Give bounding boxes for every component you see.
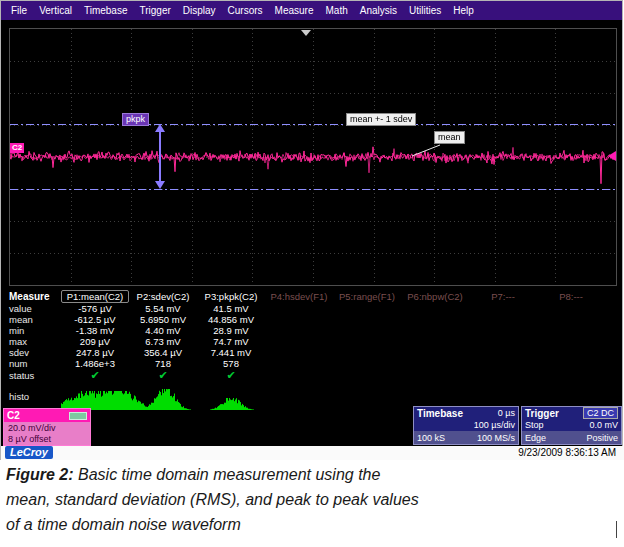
param-p1[interactable]: P1:mean(C2): [61, 290, 129, 303]
row-label: num: [7, 358, 61, 369]
table-row-max: max 209 µV 6.73 mV 74.7 mV: [7, 336, 605, 347]
cell: -576 µV: [61, 303, 129, 314]
measure-title: Measure: [7, 291, 61, 302]
cell: 4.40 mV: [129, 325, 197, 336]
coupling-badge-icon: [69, 412, 87, 420]
param-p6[interactable]: P6:nbpw(C2): [401, 291, 469, 302]
param-p7[interactable]: P7:---: [469, 291, 537, 302]
cell: 28.9 mV: [197, 325, 265, 336]
caption-line1: Basic time domain measurement using the: [78, 466, 380, 483]
cell: 5.54 mV: [129, 303, 197, 314]
menu-utilities[interactable]: Utilities: [403, 3, 447, 18]
param-p4[interactable]: P4:hsdev(F1): [265, 291, 333, 302]
cell: 5.6950 mV: [129, 314, 197, 325]
page: File Vertical Timebase Trigger Display C…: [0, 0, 624, 547]
trigger-type: Edge: [525, 433, 546, 443]
figure-caption: Figure 2: Basic time domain measurement …: [6, 466, 419, 541]
table-row-status: status ✔ ✔ ✔: [7, 369, 605, 382]
param-p5[interactable]: P5:range(F1): [333, 291, 401, 302]
menu-timebase[interactable]: Timebase: [78, 3, 134, 18]
oscilloscope-screenshot: File Vertical Timebase Trigger Display C…: [0, 0, 623, 460]
cell: 247.8 µV: [61, 347, 129, 358]
table-row-num: num 1.486e+3 718 578: [7, 358, 605, 369]
table-row-value: value -576 µV 5.54 mV 41.5 mV: [7, 303, 605, 314]
mean-sdev-annotation: mean +- 1 sdev: [346, 113, 416, 126]
cell: 718: [129, 358, 197, 369]
cell: 356.4 µV: [129, 347, 197, 358]
cell: 7.441 mV: [197, 347, 265, 358]
channel-c2-marker: C2: [10, 143, 24, 153]
menu-bar: File Vertical Timebase Trigger Display C…: [1, 1, 622, 20]
param-p3[interactable]: P3:pkpk(C2): [197, 291, 265, 302]
table-row-mean: mean -612.5 µV 5.6950 mV 44.856 mV: [7, 314, 605, 325]
trigger-source: C2 DC: [583, 407, 618, 419]
measure-header-row: Measure P1:mean(C2) P2:sdev(C2) P3:pkpk(…: [7, 289, 605, 303]
table-row-sdev: sdev 247.8 µV 356.4 µV 7.441 mV: [7, 347, 605, 358]
menu-vertical[interactable]: Vertical: [33, 3, 78, 18]
row-label: sdev: [7, 347, 61, 358]
menu-math[interactable]: Math: [320, 3, 354, 18]
trigger-slope: Positive: [586, 433, 618, 443]
row-label: max: [7, 336, 61, 347]
status-ok-icon: ✔: [129, 369, 197, 382]
trigger-mode: Stop: [525, 420, 544, 430]
timebase-samples: 100 kS: [417, 433, 445, 443]
timebase-title: Timebase: [417, 408, 463, 419]
status-ok-icon: ✔: [197, 369, 265, 382]
cell: 6.73 mV: [129, 336, 197, 347]
table-row-min: min -1.38 mV 4.40 mV 28.9 mV: [7, 325, 605, 336]
menu-cursors[interactable]: Cursors: [222, 3, 269, 18]
trigger-descriptor[interactable]: Trigger C2 DC Stop 0.0 mV Edge Positive: [521, 406, 622, 445]
row-label: status: [7, 370, 61, 381]
status-ok-icon: ✔: [61, 369, 129, 382]
channel-offset: 8 µV offset: [8, 434, 86, 445]
mean-annotation: mean: [434, 131, 465, 144]
timebase-rate: 100 MS/s: [477, 433, 515, 443]
menu-trigger[interactable]: Trigger: [133, 3, 176, 18]
figure-label: Figure 2:: [6, 466, 74, 483]
datetime: 9/23/2009 8:36:13 AM: [518, 447, 616, 458]
cell: 44.856 mV: [197, 314, 265, 325]
row-label: mean: [7, 314, 61, 325]
measure-table: Measure P1:mean(C2) P2:sdev(C2) P3:pkpk(…: [7, 289, 605, 410]
cell: -1.38 mV: [61, 325, 129, 336]
trigger-title: Trigger: [525, 408, 559, 419]
waveform-display: pkpk mean +- 1 sdev mean C2: [9, 28, 617, 286]
cell: 1.486e+3: [61, 358, 129, 369]
channel-c2-descriptor[interactable]: C2 20.0 mV/div 8 µV offset: [3, 408, 91, 446]
timebase-descriptor[interactable]: Timebase 0 µs 100 µs/div 100 kS 100 MS/s: [413, 406, 519, 445]
row-label: histo: [7, 391, 61, 402]
timebase-scale: 100 µs/div: [474, 420, 515, 430]
channel-name: C2: [7, 410, 20, 421]
status-bar: LeCroy 9/23/2009 8:36:13 AM: [1, 446, 624, 460]
param-p8[interactable]: P8:---: [537, 291, 605, 302]
cell: 209 µV: [61, 336, 129, 347]
lecroy-logo: LeCroy: [5, 446, 53, 459]
cell: 578: [197, 358, 265, 369]
menu-file[interactable]: File: [5, 3, 33, 18]
row-label: min: [7, 325, 61, 336]
cell: 41.5 mV: [197, 303, 265, 314]
cell: 74.7 mV: [197, 336, 265, 347]
menu-display[interactable]: Display: [177, 3, 222, 18]
menu-help[interactable]: Help: [447, 3, 480, 18]
trigger-level-marker-icon: [608, 151, 616, 161]
timebase-position: 0 µs: [498, 408, 515, 418]
text-cursor: [616, 521, 617, 538]
param-p2[interactable]: P2:sdev(C2): [129, 291, 197, 302]
row-label: value: [7, 303, 61, 314]
histogram-icons: [61, 384, 333, 410]
waveform-canvas: [10, 29, 616, 285]
menu-analysis[interactable]: Analysis: [354, 3, 403, 18]
caption-line2: mean, standard deviation (RMS), and peak…: [6, 491, 419, 508]
trigger-level: 0.0 mV: [589, 420, 618, 430]
pkpk-annotation: pkpk: [122, 113, 149, 126]
menu-measure[interactable]: Measure: [269, 3, 320, 18]
caption-line3: of a time domain noise waveform: [6, 516, 419, 533]
cell: -612.5 µV: [61, 314, 129, 325]
channel-vdiv: 20.0 mV/div: [8, 423, 86, 434]
